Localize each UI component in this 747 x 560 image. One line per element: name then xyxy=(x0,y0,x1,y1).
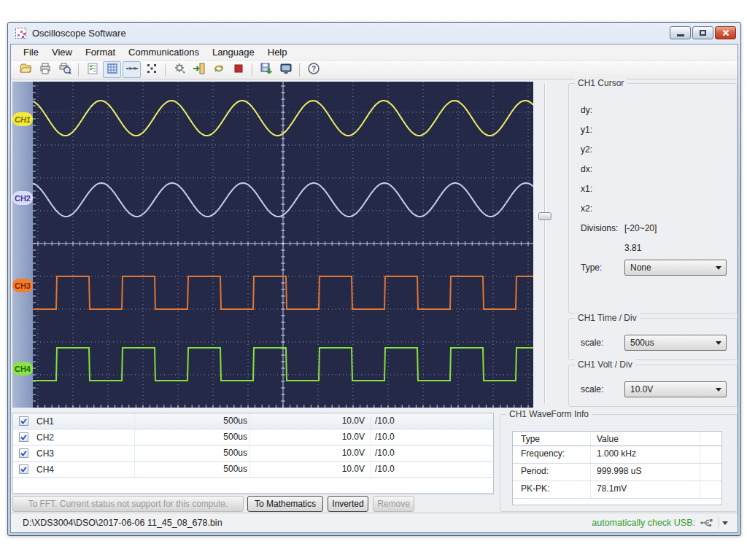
open-file-button[interactable] xyxy=(16,61,34,78)
channel-cell-volt: 10.0V xyxy=(250,429,371,445)
usb-dropdown-button[interactable] xyxy=(719,517,730,529)
channel-row-ch1[interactable]: CH1500us10.0V/10.0 xyxy=(13,413,493,429)
time-scale-dropdown[interactable]: 500us xyxy=(624,335,727,351)
print-icon xyxy=(39,62,52,77)
maximize-button[interactable] xyxy=(692,26,713,39)
dropdown-arrow-icon xyxy=(716,266,721,270)
channel-row-ch2[interactable]: CH2500us10.0V/10.0 xyxy=(13,429,493,446)
channel-badge-ch2[interactable]: CH2 xyxy=(12,191,33,205)
grid-display-button[interactable] xyxy=(103,61,121,78)
channel-checkbox-ch2[interactable] xyxy=(19,432,28,442)
stop-button[interactable] xyxy=(229,61,247,78)
info-cell-value: 1.000 kHz xyxy=(591,446,700,463)
connect-device-button[interactable] xyxy=(190,61,208,78)
help-button[interactable]: ? xyxy=(304,61,322,78)
to-fft-button: To FFT. Current status not support for t… xyxy=(12,496,244,512)
info-header-row: TypeValue xyxy=(513,432,721,446)
print-button[interactable] xyxy=(36,61,54,78)
vertical-scroll-slider xyxy=(538,84,552,403)
channel-checkbox-ch3[interactable] xyxy=(19,448,28,458)
toolbar-separator xyxy=(252,63,252,77)
channel-row-ch3[interactable]: CH3500us10.0V/10.0 xyxy=(13,446,493,462)
toolbar-separator xyxy=(165,63,166,77)
cursor-fields: dy:y1:y2:dx:x1:x2:Divisions:[-20~20]3.81… xyxy=(581,100,729,277)
waveform-info-table: TypeValueFrequency:1.000 kHzPeriod:999.9… xyxy=(512,431,722,505)
dropdown-arrow-icon xyxy=(722,521,728,525)
menu-file[interactable]: File xyxy=(17,45,45,59)
cursor-field-label: Divisions: xyxy=(581,223,624,233)
title-bar[interactable]: Oscilloscope Software xyxy=(8,23,740,43)
channel-badge-ch1[interactable]: CH1 xyxy=(12,112,33,126)
dropdown-arrow-icon xyxy=(716,341,721,345)
cursor-field-label: x1: xyxy=(581,184,624,194)
channel-name: CH2 xyxy=(36,432,54,443)
info-cell-value: 999.998 uS xyxy=(591,464,700,481)
channel-name: CH1 xyxy=(36,416,54,427)
print-preview-icon xyxy=(58,62,71,77)
info-cell-type: PK-PK: xyxy=(513,481,591,498)
print-preview-button[interactable] xyxy=(55,61,74,78)
points-display-icon xyxy=(145,62,158,77)
save-waveform-icon xyxy=(260,62,273,77)
volt-div-panel: CH1 Volt / Div scale: 10.0V xyxy=(568,365,738,407)
menu-format[interactable]: Format xyxy=(79,45,122,59)
minimize-button[interactable] xyxy=(670,26,691,39)
slider-handle[interactable] xyxy=(538,212,551,220)
volt-scale-dropdown[interactable]: 10.0V xyxy=(624,381,727,397)
menu-communications[interactable]: Communications xyxy=(122,45,206,59)
cursor-panel-title: CH1 Cursor xyxy=(575,78,627,88)
channel-name: CH3 xyxy=(36,448,54,459)
to-mathematics-button[interactable]: To Mathematics xyxy=(247,496,323,512)
channel-cell-name: CH1 xyxy=(13,413,135,429)
channel-cell-name: CH3 xyxy=(13,446,135,461)
channel-badge-ch4[interactable]: CH4 xyxy=(12,362,33,376)
svg-text:?: ? xyxy=(311,65,315,73)
channel-cell-time: 500us xyxy=(135,429,250,445)
cursor-field-row: x1: xyxy=(581,179,729,198)
cursor-field-value: 3.81 xyxy=(624,243,641,253)
cursor-field-label: dx: xyxy=(581,164,624,174)
help-icon: ? xyxy=(307,62,320,77)
inverted-button[interactable]: Inverted xyxy=(328,496,368,512)
dropdown-arrow-icon xyxy=(716,388,721,392)
channel-checkbox-ch1[interactable] xyxy=(19,416,28,426)
refresh-button[interactable] xyxy=(209,61,228,78)
cursor-field-row: dy: xyxy=(581,100,729,120)
cursor-field-label: x2: xyxy=(581,203,624,214)
cursor-field-row: y1: xyxy=(581,120,729,139)
cursor-panel: CH1 Cursor dy:y1:y2:dx:x1:x2:Divisions:[… xyxy=(568,83,738,314)
channel-badge-ch3[interactable]: CH3 xyxy=(12,279,33,292)
menu-help[interactable]: Help xyxy=(261,45,294,59)
close-button[interactable] xyxy=(715,26,736,39)
menu-bar: FileViewFormatCommunicationsLanguageHelp xyxy=(11,44,738,61)
cursor-type-label: Type: xyxy=(581,262,624,273)
client-area: FileViewFormatCommunicationsLanguageHelp… xyxy=(10,44,738,533)
file-path: D:\XDS3004\DSO\2017-06-06 11_45_08_678.b… xyxy=(23,518,222,528)
line-style-icon xyxy=(125,62,139,77)
channel-cell-attenuation: /10.0 xyxy=(371,462,493,477)
cursor-field-label: dy: xyxy=(581,105,624,115)
info-row: Frequency:1.000 kHz xyxy=(513,446,721,464)
refresh-icon xyxy=(212,62,225,77)
save-waveform-button[interactable] xyxy=(257,61,275,78)
line-style-button[interactable] xyxy=(123,61,141,78)
cursor-field-row: dx: xyxy=(581,159,729,179)
channel-cell-attenuation: /10.0 xyxy=(371,429,493,445)
channel-list-button[interactable] xyxy=(83,61,101,78)
channel-cell-volt: 10.0V xyxy=(250,413,371,429)
channel-checkbox-ch4[interactable] xyxy=(19,464,28,474)
channel-cell-volt: 10.0V xyxy=(250,462,371,477)
slider-track[interactable] xyxy=(544,84,546,403)
volt-scale-label: scale: xyxy=(581,384,624,394)
volt-div-title: CH1 Volt / Div xyxy=(575,359,635,370)
cursor-field-row: Divisions:[-20~20] xyxy=(581,218,729,238)
info-header-value: Value xyxy=(591,432,700,446)
cursor-type-dropdown[interactable]: None xyxy=(624,260,727,276)
menu-view[interactable]: View xyxy=(45,45,79,59)
screen-capture-button[interactable] xyxy=(276,61,295,78)
channel-row-ch4[interactable]: CH4500us10.0V/10.0 xyxy=(13,462,493,478)
points-display-button[interactable] xyxy=(142,61,160,78)
channel-cell-time: 500us xyxy=(135,446,250,461)
menu-language[interactable]: Language xyxy=(206,45,261,59)
settings-gear-button[interactable] xyxy=(170,61,188,78)
